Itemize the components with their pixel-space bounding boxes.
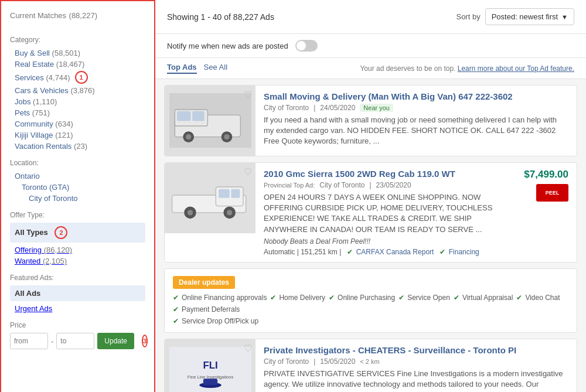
listing-3-heart-icon[interactable]: ♡ <box>244 343 252 354</box>
listing-2-meta: Provincial Top Ad: City of Toronto | 23/… <box>264 181 507 189</box>
tag-check-3: ✔ <box>329 294 335 302</box>
notify-bar: Notify me when new ads are posted <box>155 34 586 58</box>
tag-check-2: ✔ <box>270 294 276 302</box>
location-toronto-gta[interactable]: Toronto (GTA) <box>10 182 145 193</box>
svg-rect-13 <box>231 189 240 198</box>
dealer-tag-online-purchasing: ✔ Online Purchasing <box>329 294 395 302</box>
financing-check-icon: ✔ <box>440 248 445 256</box>
category-community[interactable]: Community (634) <box>10 118 145 129</box>
featured-all-ads[interactable]: All Ads <box>10 285 145 301</box>
top-ads-promo: Your ad deserves to be on top. Learn mor… <box>360 64 574 73</box>
listing-2-price: $7,499.00 <box>516 169 568 180</box>
price-section: Price - Update 3 <box>10 321 145 349</box>
sort-value: Posted: newest first <box>492 12 558 21</box>
top-ads-promo-link[interactable]: Learn more about our Top Ad feature. <box>458 64 574 73</box>
listing-2-subtext: Nobody Beats a Deal From Peel!!! <box>264 237 507 246</box>
listing-2-footer: Automatic | 151,251 km | ✔ CARFAX Canada… <box>264 248 507 256</box>
notify-toggle[interactable] <box>295 40 318 52</box>
tag-check-1: ✔ <box>173 294 179 302</box>
listing-2-provincial: Provincial Top Ad: <box>264 182 315 189</box>
listings-container: ♡ Small Moving & Delivery (Man With A Bi… <box>155 79 586 392</box>
listing-row-2: ♡ 2010 Gmc Sierra 1500 2WD Reg Cab 119.0… <box>164 162 577 263</box>
fli-logo-svg: FLI Fine Line Investigations <box>169 347 251 392</box>
listing-2-financing[interactable]: ✔ Financing <box>440 248 479 256</box>
sidebar: Current Matches (88,227) Category: Buy &… <box>0 0 155 392</box>
price-label: Price <box>10 321 145 329</box>
price-update-button[interactable]: Update <box>97 333 134 349</box>
listing-1-title[interactable]: Small Moving & Delivery (Man With A Big … <box>264 91 568 101</box>
price-inputs: - Update 3 <box>10 333 145 349</box>
offer-type-all[interactable]: All Types 2 <box>10 223 145 243</box>
toggle-inner <box>297 41 306 50</box>
listing-3-location: City of Toronto <box>264 357 309 366</box>
listing-2-desc: OPEN 24 HOURS 7 DAYS A WEEK ONLINE SHOPP… <box>264 192 507 235</box>
svg-rect-4 <box>192 111 205 121</box>
category-services[interactable]: Services (4,744) 1 <box>10 70 145 85</box>
listing-1-desc: If you need a hand with a small moving j… <box>264 115 568 147</box>
listing-3-dist: < 2 km <box>360 358 379 365</box>
category-real-estate[interactable]: Real Estate (18,467) <box>10 59 145 70</box>
listing-2-right: $7,499.00 PEEL <box>516 163 577 262</box>
listing-1-date: 24/05/2020 <box>320 104 355 112</box>
dealer-tag-home-delivery-text: Home Delivery <box>279 294 325 302</box>
dealer-tag-service-drop-text: Service Drop Off/Pick up <box>182 317 258 325</box>
listing-2-body: 2010 Gmc Sierra 1500 2WD Reg Cab 119.0 W… <box>255 163 516 262</box>
location-city-of-toronto[interactable]: City of Toronto <box>10 193 145 204</box>
listing-row-1: ♡ Small Moving & Delivery (Man With A Bi… <box>164 85 577 156</box>
offer-type-wanted[interactable]: Wanted (2,105) <box>10 255 145 267</box>
listing-2-separator: | <box>369 181 371 189</box>
dealer-tag-virtual-appraisal-text: Virtual Appraisal <box>462 294 513 302</box>
svg-point-8 <box>224 134 229 139</box>
category-pets[interactable]: Pets (751) <box>10 107 145 118</box>
badge-3: 3 <box>142 335 148 347</box>
offer-type-options: All Types 2 Offering (86,120) Wanted (2,… <box>10 223 145 267</box>
category-buy-sell[interactable]: Buy & Sell (58,501) <box>10 47 145 59</box>
main-header: Showing 1 - 40 of 88,227 Ads Sort by Pos… <box>155 0 586 34</box>
dealer-tag-video-chat: ✔ Video Chat <box>516 294 560 302</box>
dealer-tag-financing: ✔ Online Financing approvals <box>173 294 267 302</box>
location-label: Location: <box>10 159 145 167</box>
location-ontario[interactable]: Ontario <box>10 171 145 182</box>
sort-select[interactable]: Posted: newest first ▼ <box>485 8 574 25</box>
svg-text:FLI: FLI <box>203 360 217 371</box>
listing-2-title[interactable]: 2010 Gmc Sierra 1500 2WD Reg Cab 119.0 W… <box>264 169 507 179</box>
tab-top-ads[interactable]: Top Ads <box>167 63 197 74</box>
sort-chevron-icon: ▼ <box>561 13 568 21</box>
dealer-tag-financing-text: Online Financing approvals <box>182 294 267 302</box>
dealer-tag-payment-text: Payment Deferrals <box>182 305 240 313</box>
listing-3-separator: | <box>314 357 315 366</box>
featured-urgent-ads[interactable]: Urgent Ads <box>10 303 145 314</box>
category-cars[interactable]: Cars & Vehicles (3,876) <box>10 85 145 96</box>
price-dash: - <box>51 337 53 346</box>
listing-1-near-you: Near you <box>360 104 393 112</box>
category-jobs[interactable]: Jobs (1,110) <box>10 96 145 107</box>
price-to-input[interactable] <box>56 333 94 349</box>
listing-3-date: 15/05/2020 <box>320 357 355 366</box>
main-content: Showing 1 - 40 of 88,227 Ads Sort by Pos… <box>155 0 586 392</box>
listing-3-desc: PRIVATE INVESTIGATIVE SERVICES Fine Line… <box>264 369 568 392</box>
price-from-input[interactable] <box>10 333 48 349</box>
listing-3-title[interactable]: Private Investigators - CHEATERS - Surve… <box>264 345 568 355</box>
dealer-tag-online-purchasing-text: Online Purchasing <box>338 294 395 302</box>
listing-1-heart-icon[interactable]: ♡ <box>244 89 252 100</box>
offer-type-offering[interactable]: Offering (86,120) <box>10 244 145 255</box>
dealer-tag-service-open-text: Service Open <box>407 294 450 302</box>
listing-1-location: City of Toronto <box>264 104 309 112</box>
listing-2-heart-icon[interactable]: ♡ <box>244 166 252 178</box>
svg-rect-12 <box>218 189 229 198</box>
featured-ads-label: Featured Ads: <box>10 274 145 282</box>
svg-point-15 <box>187 210 192 216</box>
carfax-check-icon: ✔ <box>347 248 353 256</box>
badge-1: 1 <box>75 71 88 84</box>
listing-2-carfax[interactable]: ✔ CARFAX Canada Report <box>347 248 434 256</box>
category-vacation-rentals[interactable]: Vacation Rentals (23) <box>10 141 145 152</box>
listing-2-location: City of Toronto <box>319 181 364 189</box>
tag-check-7: ✔ <box>173 305 179 313</box>
peel-badge-text: PEEL <box>546 190 560 196</box>
sort-label: Sort by <box>456 12 480 21</box>
dealer-tag-virtual-appraisal: ✔ Virtual Appraisal <box>454 294 513 302</box>
category-kijiji-village[interactable]: Kijiji Village (121) <box>10 129 145 141</box>
tab-see-all[interactable]: See All <box>204 63 227 74</box>
notify-text: Notify me when new ads are posted <box>167 42 288 50</box>
listing-1-meta: City of Toronto | 24/05/2020 Near you <box>264 104 568 112</box>
